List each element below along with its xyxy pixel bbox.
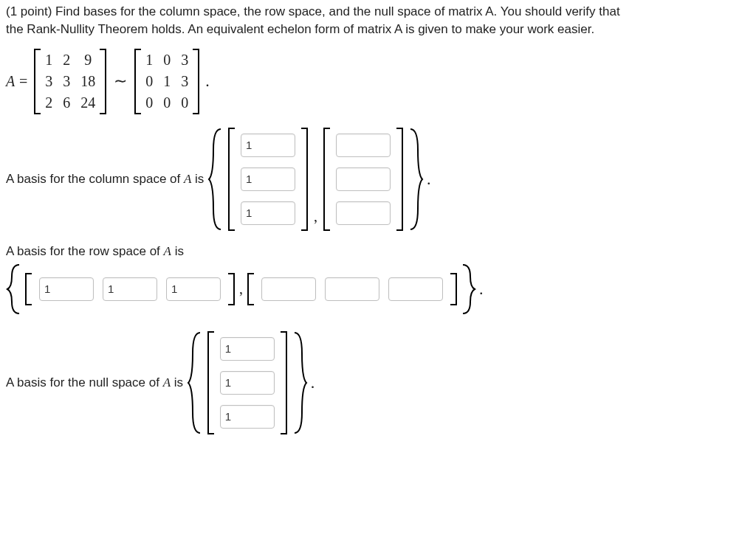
cell: 1 [45,52,52,69]
answer-input[interactable]: 1 [241,134,295,157]
cell: 18 [80,73,95,90]
cell: 9 [84,52,92,69]
cell: 3 [181,52,188,69]
col-vec-2 [323,128,403,231]
period: . [479,280,484,299]
answer-input[interactable] [261,277,316,301]
cell: 0 [163,94,171,111]
label-tail: is [191,172,204,186]
cell: 24 [80,94,95,111]
answer-input[interactable]: 1 [241,167,295,191]
col-vec-1: 1 1 1 [228,128,308,231]
answer-input[interactable] [336,201,391,225]
lhs-label: A = [6,73,28,90]
comma: , [314,208,317,231]
problem-line-2: the Rank-Nullity Theorem holds. An equiv… [6,22,594,36]
right-curly-brace [458,263,476,315]
cell: 1 [145,52,153,69]
cell: 2 [45,94,52,111]
col-space-label: A basis for the column space of A is [6,172,204,187]
matrix-definition: A = 1 2 9 3 3 18 2 6 24 ∼ 1 0 3 0 1 3 0 … [6,49,750,114]
tilde: ∼ [114,72,127,91]
cell: 0 [181,94,188,111]
cell: 2 [63,52,70,69]
problem-statement: (1 point) Find bases for the column spac… [6,3,750,38]
column-space-section: A basis for the column space of A is 1 1… [6,128,750,231]
cell: 0 [145,73,153,90]
problem-line-1: Find bases for the column space, the row… [55,4,620,18]
null-vec: 1 1 1 [207,331,287,434]
comma: , [239,280,243,297]
null-space-section: A basis for the null space of A is 1 1 1… [6,331,750,434]
row-space-section: A basis for the row space of A is 1 1 1 … [6,244,750,315]
answer-input[interactable] [388,277,443,301]
matrix-letter: A [184,172,191,186]
answer-input[interactable]: 1 [103,277,157,301]
answer-input[interactable] [336,167,391,191]
label-text: A basis for the row space of [6,244,164,258]
left-curly-brace [187,331,205,434]
matrix-E: 1 0 3 0 1 3 0 0 0 [134,49,199,114]
row-space-label: A basis for the row space of A is [6,244,750,259]
matrix-letter: A [164,244,171,258]
answer-input[interactable] [336,134,391,157]
points-label: (1 point) [6,4,52,18]
cell: 0 [163,52,171,69]
left-curly-brace [6,263,24,315]
cell: 3 [63,73,70,90]
answer-input[interactable] [325,277,379,301]
cell: 0 [145,94,153,111]
matrix-letter: A [163,375,171,389]
answer-input[interactable]: 1 [220,337,275,361]
cell: 6 [63,94,70,111]
answer-input[interactable]: 1 [220,405,275,429]
period: . [427,170,431,189]
label-tail: is [171,244,184,258]
right-curly-brace [290,331,308,434]
label-tail: is [171,375,183,389]
answer-input[interactable]: 1 [220,371,275,395]
cell: 1 [163,73,171,90]
right-curly-brace [406,128,424,231]
label-text: A basis for the column space of [6,172,184,186]
period: . [205,72,210,91]
answer-input[interactable]: 1 [241,201,295,225]
label-text: A basis for the null space of [6,375,163,389]
period: . [311,373,315,392]
answer-input[interactable]: 1 [39,277,94,301]
answer-input[interactable]: 1 [166,277,221,301]
null-space-label: A basis for the null space of A is [6,375,183,390]
row-vec-1: 1 1 1 [25,273,235,305]
left-curly-brace [207,128,225,231]
cell: 3 [181,73,188,90]
row-vec-2 [247,273,457,305]
cell: 3 [45,73,52,90]
matrix-A: 1 2 9 3 3 18 2 6 24 [34,49,106,114]
